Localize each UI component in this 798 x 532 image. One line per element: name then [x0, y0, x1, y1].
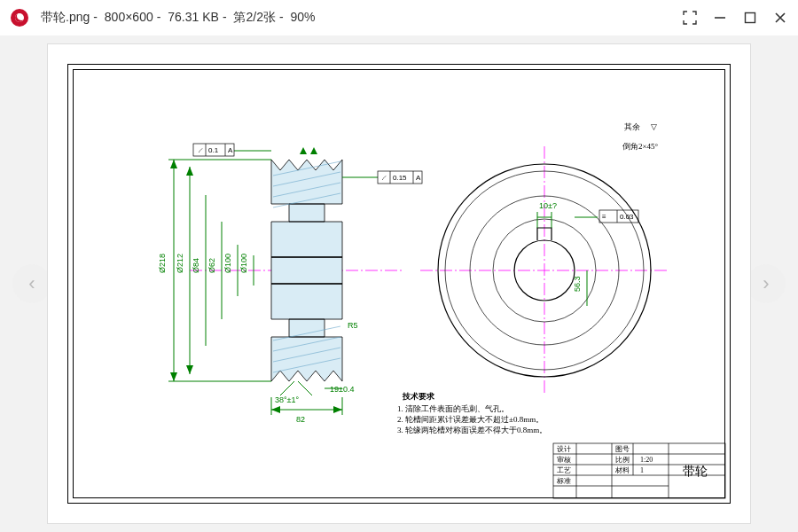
image-viewport: ‹ › 其余 ▽ 倒角2×45°: [0, 35, 798, 532]
svg-text:1: 1: [640, 466, 644, 474]
gtol-right: ⟋ 0.15 A: [342, 171, 422, 184]
svg-line-25: [298, 381, 312, 395]
svg-text:Ø84: Ø84: [192, 258, 200, 273]
svg-text:38°±1°: 38°±1°: [275, 395, 300, 404]
fullscreen-icon[interactable]: [683, 11, 697, 25]
svg-text:A: A: [416, 174, 421, 182]
svg-text:标准: 标准: [556, 477, 571, 485]
svg-text:图号: 图号: [615, 445, 630, 453]
close-icon[interactable]: [773, 11, 787, 25]
chamfer-note: 倒角2×45°: [622, 142, 659, 151]
svg-text:0.15: 0.15: [393, 174, 407, 182]
svg-marker-31: [271, 406, 280, 413]
svg-text:带轮: 带轮: [683, 465, 708, 478]
title-block: 设计 审核 工艺 标准 图号 比例 1:20 材料 1 带轮: [553, 443, 725, 498]
svg-text:R5: R5: [348, 321, 358, 330]
svg-text:3. 轮缘两轮槽对称面误差不得大于0.8mm。: 3. 轮缘两轮槽对称面误差不得大于0.8mm。: [397, 426, 547, 434]
svg-text:Ø62: Ø62: [207, 258, 216, 273]
prev-image-button[interactable]: ‹: [12, 264, 51, 303]
svg-text:⟋: ⟋: [380, 174, 387, 182]
window-title: 带轮.png- 800×600- 76.31 KB- 第2/2张- 90%: [37, 10, 319, 26]
svg-text:A: A: [228, 146, 233, 154]
svg-text:2. 轮槽间距累计误差最大不超过±0.8mm。: 2. 轮槽间距累计误差最大不超过±0.8mm。: [397, 415, 544, 424]
svg-text:19±0.4: 19±0.4: [330, 385, 354, 394]
svg-text:材料: 材料: [614, 466, 630, 474]
svg-text:0.03: 0.03: [620, 213, 634, 221]
minimize-icon[interactable]: [713, 11, 727, 25]
window-titlebar: 带轮.png- 800×600- 76.31 KB- 第2/2张- 90%: [0, 0, 798, 35]
svg-text:比例: 比例: [615, 456, 630, 464]
surface-note: 其余: [624, 122, 640, 131]
next-image-button[interactable]: ›: [747, 264, 786, 303]
svg-text:Ø100: Ø100: [239, 254, 248, 273]
app-icon: [11, 9, 28, 27]
cad-drawing: 其余 ▽ 倒角2×45°: [48, 44, 750, 523]
svg-text:设计: 设计: [557, 445, 571, 453]
svg-text:82: 82: [296, 415, 305, 424]
svg-text:≡: ≡: [602, 213, 606, 221]
svg-text:Ø212: Ø212: [176, 254, 184, 273]
svg-text:1. 清除工件表面的毛刺、气孔。: 1. 清除工件表面的毛刺、气孔。: [397, 404, 509, 413]
maximize-icon[interactable]: [743, 11, 757, 25]
svg-text:⟋: ⟋: [197, 146, 204, 154]
svg-line-24: [280, 381, 294, 395]
svg-marker-27: [170, 160, 177, 168]
svg-text:Ø100: Ø100: [223, 254, 232, 273]
svg-text:Ø218: Ø218: [158, 254, 167, 273]
svg-text:10±?: 10±?: [539, 201, 557, 210]
tech-requirements: 技术要求 1. 清除工件表面的毛刺、气孔。 2. 轮槽间距累计误差最大不超过±0…: [397, 392, 547, 434]
gtol-left: ⟋ 0.1 A: [193, 144, 271, 156]
svg-marker-30: [186, 365, 193, 374]
svg-text:56.3: 56.3: [573, 276, 582, 292]
front-view: ≡ 0.03 10±? 56.3: [420, 146, 669, 395]
svg-marker-58: [310, 147, 317, 154]
svg-marker-29: [186, 167, 193, 176]
svg-text:审核: 审核: [557, 456, 571, 464]
svg-text:1:20: 1:20: [640, 456, 653, 464]
svg-marker-57: [300, 147, 307, 154]
section-view: Ø218 Ø212 Ø84 Ø62 Ø100 Ø100 82 38°±1° 19…: [158, 144, 422, 424]
svg-text:▽: ▽: [651, 122, 657, 131]
svg-text:工艺: 工艺: [557, 466, 571, 474]
svg-marker-32: [333, 406, 342, 413]
svg-text:技术要求: 技术要求: [402, 392, 435, 401]
drawing-page: 其余 ▽ 倒角2×45°: [48, 44, 750, 523]
svg-marker-28: [170, 372, 177, 381]
svg-text:0.1: 0.1: [208, 146, 219, 154]
svg-rect-0: [746, 13, 755, 23]
